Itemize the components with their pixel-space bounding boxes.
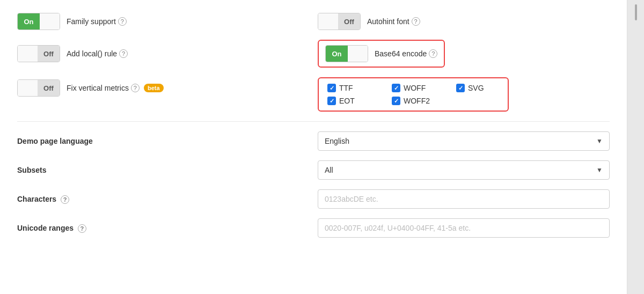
woff2-label: WOFF2 [404, 97, 430, 105]
base64-off-part [348, 46, 368, 62]
family-support-toggle[interactable]: On [17, 13, 60, 30]
unicode-ranges-label: Unicode ranges ? [17, 224, 125, 233]
row-local-base64: Off Add local() rule ? On Base64 encode … [17, 40, 610, 68]
vertical-metrics-help-icon[interactable]: ? [131, 84, 140, 92]
row-subsets: Subsets All ▼ [17, 160, 610, 180]
autohint-toggle[interactable]: Off [318, 13, 361, 30]
left-characters: Characters ? [17, 195, 318, 204]
autohint-off-label: Off [338, 13, 360, 30]
local-rule-toggle[interactable]: Off [17, 45, 60, 62]
divider-1 [17, 121, 610, 122]
left-unicode-ranges: Unicode ranges ? [17, 224, 318, 233]
format-eot[interactable]: EOT [327, 97, 370, 105]
unicode-ranges-input[interactable] [318, 218, 610, 238]
woff2-checkbox[interactable] [392, 97, 400, 105]
left-demo-language: Demo page language [17, 137, 318, 145]
base64-label: Base64 encode [375, 49, 427, 58]
demo-language-arrow-icon: ▼ [596, 137, 603, 145]
right-unicode-ranges [318, 218, 610, 238]
vertical-metrics-label: Fix vertical metrics [67, 84, 129, 92]
row-characters: Characters ? [17, 189, 610, 209]
subsets-label: Subsets [17, 166, 125, 174]
autohint-help-icon[interactable]: ? [412, 17, 420, 26]
demo-language-value: English [325, 137, 349, 145]
local-rule-on-part [18, 46, 38, 62]
panel-handle[interactable] [635, 4, 637, 20]
base64-help-icon[interactable]: ? [429, 49, 437, 58]
right-characters [318, 189, 610, 209]
vertical-metrics-toggle[interactable]: Off [17, 79, 60, 97]
woff-label: WOFF [404, 84, 426, 92]
left-vertical-metrics: Off Fix vertical metrics ? beta [17, 77, 318, 97]
vertical-metrics-on-part [18, 80, 38, 96]
main-panel: On Family support ? Off Autohint font ? … [0, 0, 627, 294]
local-rule-label: Add local() rule [67, 49, 117, 58]
svg-label: SVG [468, 84, 484, 92]
woff-checkbox[interactable] [392, 84, 400, 92]
local-rule-help-icon[interactable]: ? [119, 49, 128, 58]
row-family-autohint: On Family support ? Off Autohint font ? [17, 13, 610, 30]
left-local-rule: Off Add local() rule ? [17, 45, 318, 62]
format-ttf[interactable]: TTF [327, 84, 370, 92]
formats-box: TTF WOFF SVG EOT [318, 77, 509, 112]
ttf-checkbox[interactable] [327, 84, 336, 92]
format-svg[interactable]: SVG [456, 84, 499, 92]
family-support-on-label: On [18, 13, 40, 30]
vertical-metrics-off-label: Off [38, 80, 60, 96]
formats-row-2: EOT WOFF2 [327, 97, 499, 105]
right-autohint: Off Autohint font ? [318, 13, 610, 30]
row-vertical-formats: Off Fix vertical metrics ? beta TTF WOFF [17, 77, 610, 112]
demo-language-dropdown[interactable]: English ▼ [318, 131, 610, 151]
family-support-label: Family support [67, 17, 116, 26]
left-family-support: On Family support ? [17, 13, 318, 30]
eot-label: EOT [339, 97, 355, 105]
base64-highlight-box: On Base64 encode ? [318, 40, 445, 68]
characters-input[interactable] [318, 189, 610, 209]
subsets-value: All [325, 166, 333, 174]
format-woff[interactable]: WOFF [392, 84, 435, 92]
local-rule-off-label: Off [38, 46, 60, 62]
right-panel [627, 0, 644, 294]
right-base64: On Base64 encode ? [318, 40, 610, 68]
eot-checkbox[interactable] [327, 97, 336, 105]
characters-help-icon[interactable]: ? [61, 195, 69, 204]
ttf-label: TTF [339, 84, 353, 92]
subsets-dropdown[interactable]: All ▼ [318, 160, 610, 180]
svg-checkbox[interactable] [456, 84, 465, 92]
unicode-ranges-help-icon[interactable]: ? [78, 224, 86, 233]
demo-language-label: Demo page language [17, 137, 125, 145]
row-unicode-ranges: Unicode ranges ? [17, 218, 610, 238]
format-woff2[interactable]: WOFF2 [392, 97, 435, 105]
formats-row-1: TTF WOFF SVG [327, 84, 499, 92]
subsets-arrow-icon: ▼ [596, 166, 603, 174]
right-formats: TTF WOFF SVG EOT [318, 77, 610, 112]
characters-label: Characters ? [17, 195, 125, 204]
autohint-label: Autohint font [367, 17, 409, 26]
right-subsets: All ▼ [318, 160, 610, 180]
left-subsets: Subsets [17, 166, 318, 174]
row-demo-language: Demo page language English ▼ [17, 131, 610, 151]
base64-on-label: On [326, 46, 348, 62]
beta-badge: beta [144, 84, 164, 92]
right-demo-language: English ▼ [318, 131, 610, 151]
base64-toggle[interactable]: On [325, 45, 368, 62]
family-support-help-icon[interactable]: ? [118, 17, 127, 26]
family-support-off-label [40, 13, 60, 30]
autohint-on-part [318, 13, 338, 30]
